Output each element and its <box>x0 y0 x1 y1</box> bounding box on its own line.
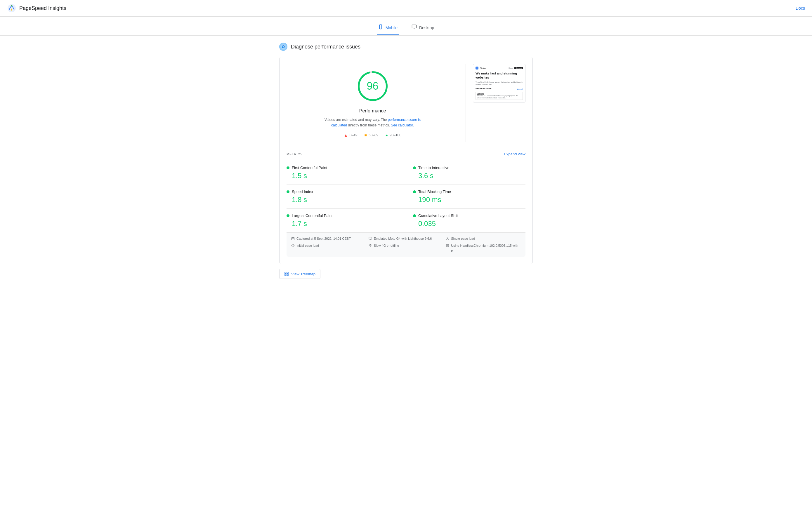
svg-rect-25 <box>287 272 288 274</box>
globe-icon <box>446 244 449 249</box>
preview-nav-home: Home <box>508 67 513 69</box>
preview-nav-contact: Contact <box>514 67 523 69</box>
footer-page-load: Initial page load <box>291 243 366 249</box>
wifi-icon <box>368 244 372 249</box>
metric-tbt-name-row: Total Blocking Time <box>413 190 521 194</box>
preview-brand: Tinloof <box>480 67 486 69</box>
svg-rect-12 <box>292 237 294 240</box>
score-section: 96 Performance Values are estimated and … <box>287 64 459 142</box>
legend-red: ▲ 0–49 <box>344 133 358 137</box>
metric-fcp-value: 1.5 s <box>287 172 401 180</box>
desktop-icon <box>411 24 417 31</box>
app-title: PageSpeed Insights <box>19 5 66 11</box>
metric-cls-dot <box>413 214 416 217</box>
app-header: PageSpeed Insights Docs <box>0 0 812 17</box>
metric-si-name-row: Speed Index <box>287 190 401 194</box>
svg-rect-17 <box>369 237 372 239</box>
legend-orange: ■ 50–89 <box>364 133 379 137</box>
metric-fcp-name-row: First Contentful Paint <box>287 165 401 170</box>
section-icon <box>279 43 287 51</box>
metric-cls-name: Cumulative Layout Shift <box>418 213 458 218</box>
svg-rect-24 <box>285 272 286 274</box>
legend-red-icon: ▲ <box>344 133 348 137</box>
preview-card-desc: Velobici is an e-commerce that offers lu… <box>477 95 522 99</box>
footer-col1: Captured at 5 Sept 2022, 14:01 CEST Init… <box>291 236 366 253</box>
score-value: 96 <box>366 80 378 92</box>
tab-mobile-label: Mobile <box>386 25 397 30</box>
preview-headline: We make fast and stunning websites <box>476 71 523 80</box>
treemap-btn-label: View Treemap <box>291 272 316 276</box>
monitor-icon <box>368 237 372 242</box>
metric-tbt-value: 190 ms <box>413 196 521 204</box>
legend-green: ● 90–100 <box>385 133 401 137</box>
metric-tti-value: 3.6 s <box>413 172 521 180</box>
metric-tti: Time to Interactive 3.6 s <box>406 161 525 185</box>
timer-icon <box>291 244 295 249</box>
footer-throttling-text: Slow 4G throttling <box>374 243 399 249</box>
treemap-section: View Treemap <box>279 269 533 279</box>
footer-col2: Emulated Moto G4 with Lighthouse 9.6.6 S… <box>368 236 444 253</box>
preview-favicon <box>476 66 478 70</box>
preview-featured-row: Featured work View all <box>476 87 523 90</box>
metrics-header: METRICS Expand view <box>287 152 525 156</box>
preview-nav-bar: Tinloof Home Contact <box>476 66 523 70</box>
metric-tbt-dot <box>413 190 416 193</box>
legend-orange-icon: ■ <box>364 133 367 137</box>
svg-point-21 <box>447 237 448 239</box>
metric-si: Speed Index 1.8 s <box>287 185 406 209</box>
legend-orange-label: 50–89 <box>368 133 378 137</box>
section-header: Diagnose performance issues <box>279 43 533 51</box>
score-legend: ▲ 0–49 ■ 50–89 ● 90–100 <box>344 133 401 137</box>
mobile-icon <box>378 24 383 31</box>
preview-card-title: Velobici <box>477 93 522 95</box>
footer-info: Captured at 5 Sept 2022, 14:01 CEST Init… <box>287 233 525 257</box>
svg-point-1 <box>11 5 13 7</box>
tab-desktop[interactable]: Desktop <box>410 21 435 35</box>
metric-cls-name-row: Cumulative Layout Shift <box>413 213 521 218</box>
metrics-label: METRICS <box>287 152 303 156</box>
tabs-nav: Mobile Desktop <box>0 17 812 35</box>
metric-lcp-dot <box>287 214 289 217</box>
metric-cls-value: 0.035 <box>413 220 521 228</box>
metric-fcp-dot <box>287 166 289 169</box>
metric-tti-dot <box>413 166 416 169</box>
footer-col3: Single page load Using HeadlessChromium … <box>446 236 521 253</box>
person-icon <box>446 237 449 242</box>
footer-throttling: Slow 4G throttling <box>368 243 444 249</box>
expand-view-button[interactable]: Expand view <box>504 152 525 156</box>
score-circle: 96 <box>355 69 390 104</box>
header-left: PageSpeed Insights <box>7 3 66 13</box>
score-divider <box>466 64 466 142</box>
calendar-icon <box>291 237 295 242</box>
score-link2[interactable]: See calculator. <box>391 123 414 127</box>
metric-fcp: First Contentful Paint 1.5 s <box>287 161 406 185</box>
svg-rect-27 <box>285 274 286 276</box>
metric-lcp-value: 1.7 s <box>287 220 401 228</box>
metrics-grid: First Contentful Paint 1.5 s Time to Int… <box>287 161 525 233</box>
treemap-icon <box>284 271 289 276</box>
card-divider-1 <box>287 147 525 147</box>
metric-si-name: Speed Index <box>292 190 313 194</box>
tab-mobile[interactable]: Mobile <box>377 21 399 35</box>
preview-card: Velobici Velobici is an e-commerce that … <box>476 92 523 100</box>
main-card: 96 Performance Values are estimated and … <box>279 57 533 264</box>
metric-si-dot <box>287 190 289 193</box>
footer-chromium: Using HeadlessChromium 102.0.5005.115 wi… <box>446 243 521 253</box>
footer-emulated: Emulated Moto G4 with Lighthouse 9.6.6 <box>368 236 444 242</box>
legend-green-icon: ● <box>385 133 388 137</box>
footer-captured-text: Captured at 5 Sept 2022, 14:01 CEST <box>296 236 351 241</box>
main-content: Diagnose performance issues 96 Performan… <box>275 35 537 286</box>
footer-page-load-text: Initial page load <box>296 243 319 249</box>
preview-section: Tinloof Home Contact We make fast and st… <box>473 64 525 103</box>
metric-lcp-name-row: Largest Contentful Paint <box>287 213 401 218</box>
preview-view-all: View all <box>517 88 523 90</box>
view-treemap-button[interactable]: View Treemap <box>279 269 320 279</box>
metric-tbt-name: Total Blocking Time <box>418 190 451 194</box>
metric-si-value: 1.8 s <box>287 196 401 204</box>
docs-link[interactable]: Docs <box>796 6 805 11</box>
metric-lcp-name: Largest Contentful Paint <box>292 213 332 218</box>
tab-desktop-label: Desktop <box>419 25 434 30</box>
footer-single-load-text: Single page load <box>451 236 475 241</box>
metric-cls: Cumulative Layout Shift 0.035 <box>406 209 525 233</box>
metric-tti-name-row: Time to Interactive <box>413 165 521 170</box>
